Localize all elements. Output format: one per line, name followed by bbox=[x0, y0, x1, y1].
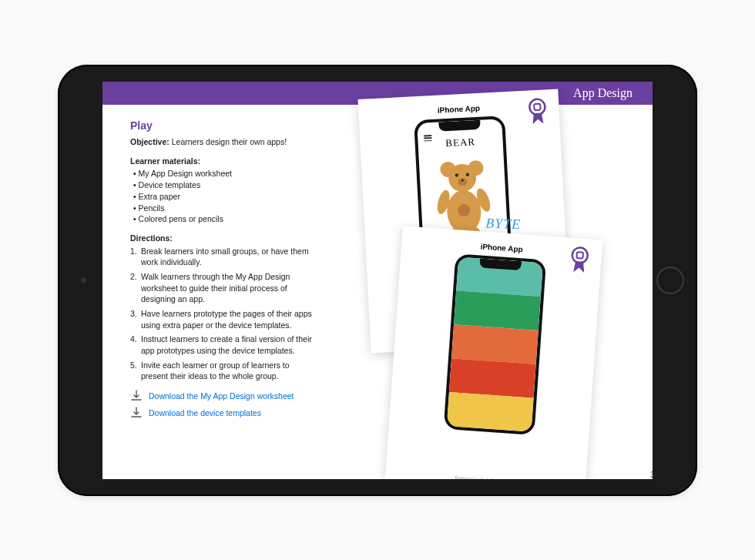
directions-list: Break learners into small groups, or hav… bbox=[130, 246, 318, 383]
download-icon bbox=[130, 407, 143, 419]
download-row: Download the device templates bbox=[130, 407, 318, 419]
ipad-device-frame: App Design Play Objective: Learners desi… bbox=[58, 65, 697, 496]
worksheet-page-byte: BYTE iPhone App bbox=[385, 226, 602, 479]
page-label: iPhone App bbox=[372, 100, 545, 118]
camera-dot bbox=[81, 277, 86, 283]
list-item: Walk learners through the My App Design … bbox=[130, 271, 318, 305]
page-label: iPhone App bbox=[415, 237, 588, 258]
page-content: Play Objective: Learners design their ow… bbox=[102, 105, 653, 479]
list-item: Instruct learners to create a final vers… bbox=[130, 334, 318, 356]
list-item: Extra paper bbox=[130, 191, 318, 203]
download-templates-link[interactable]: Download the device templates bbox=[149, 407, 261, 419]
stripe bbox=[449, 358, 536, 398]
list-item: Have learners prototype the pages of the… bbox=[130, 308, 318, 330]
list-item: My App Design worksheet bbox=[130, 168, 318, 179]
color-stripes bbox=[447, 257, 543, 431]
list-item: Colored pens or pencils bbox=[130, 213, 318, 225]
list-item: Pencils bbox=[130, 203, 318, 214]
materials-list: My App Design worksheet Device templates… bbox=[130, 168, 318, 224]
ribbon-badge-icon bbox=[568, 245, 592, 276]
page-footer: Everyone Can Code Early Learners bbox=[455, 474, 516, 478]
list-item: Device templates bbox=[130, 179, 318, 191]
stripe bbox=[451, 324, 539, 364]
section-heading: Play bbox=[130, 119, 318, 134]
directions-heading: Directions: bbox=[130, 233, 318, 244]
stripe bbox=[447, 392, 534, 432]
page-number: 38 bbox=[650, 471, 653, 479]
ribbon-badge-icon bbox=[526, 97, 549, 127]
home-button[interactable] bbox=[656, 267, 684, 294]
byte-handwritten-label: BYTE bbox=[485, 215, 522, 233]
worksheet-visual: iPhone App BEAR bbox=[357, 94, 653, 479]
phone-mockup bbox=[444, 253, 547, 435]
phone-notch bbox=[438, 119, 481, 131]
list-item: Break learners into small groups, or hav… bbox=[130, 246, 318, 268]
screen: App Design Play Objective: Learners desi… bbox=[102, 82, 653, 479]
left-column: Play Objective: Learners design their ow… bbox=[102, 105, 326, 479]
download-icon bbox=[130, 390, 143, 402]
objective-text: Learners design their own apps! bbox=[169, 137, 287, 146]
download-row: Download the My App Design worksheet bbox=[130, 390, 318, 402]
download-worksheet-link[interactable]: Download the My App Design worksheet bbox=[149, 391, 294, 402]
svg-rect-1 bbox=[534, 103, 540, 109]
svg-point-17 bbox=[572, 246, 588, 263]
svg-rect-18 bbox=[576, 252, 583, 259]
materials-heading: Learner materials: bbox=[130, 156, 318, 167]
objective-label: Objective: bbox=[130, 137, 169, 146]
objective-line: Objective: Learners design their own app… bbox=[130, 136, 318, 148]
stripe bbox=[454, 290, 541, 330]
list-item: Invite each learner or group of learners… bbox=[130, 360, 318, 382]
svg-point-0 bbox=[529, 99, 545, 115]
